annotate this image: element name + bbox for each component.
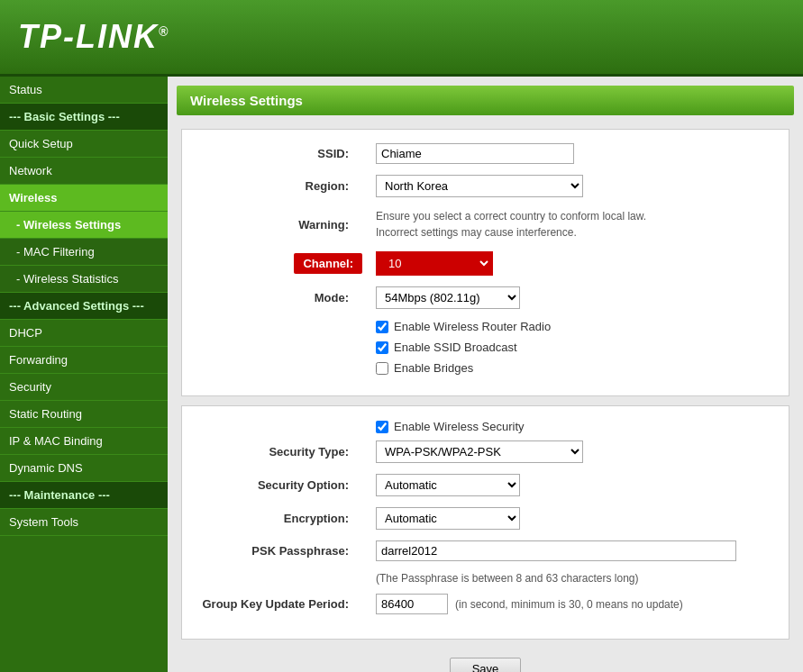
sidebar-item-system-tools[interactable]: System Tools: [0, 509, 168, 536]
save-row: Save: [181, 649, 789, 672]
security-type-label: Security Type:: [269, 445, 362, 459]
psk-row: PSK Passphrase:: [196, 540, 775, 561]
main-layout: Status--- Basic Settings ---Quick SetupN…: [0, 77, 803, 672]
channel-select[interactable]: 1234 5678 91011: [376, 251, 493, 276]
page-title: Wireless Settings: [190, 93, 303, 108]
group-key-row: Group Key Update Period: (in second, min…: [196, 594, 775, 614]
encryption-label-wrap: Encryption:: [196, 512, 376, 525]
sidebar-item-quick-setup[interactable]: Quick Setup: [0, 131, 168, 158]
sidebar: Status--- Basic Settings ---Quick SetupN…: [0, 77, 168, 672]
enable-security-checkbox[interactable]: [376, 421, 388, 433]
warning-label-wrap: Warning:: [196, 218, 376, 232]
warning-text: Ensure you select a correct country to c…: [376, 208, 646, 241]
security-option-label: Security Option:: [258, 478, 362, 492]
enable-security-row: Enable Wireless Security: [376, 420, 775, 433]
sidebar-item-advanced-settings: --- Advanced Settings ---: [0, 293, 168, 320]
sidebar-item-wireless[interactable]: Wireless: [0, 185, 168, 212]
region-row: Region: North Korea United States China …: [196, 175, 775, 197]
sidebar-item-forwarding[interactable]: Forwarding: [0, 347, 168, 374]
region-label-wrap: Region:: [196, 179, 376, 193]
region-label: Region:: [306, 179, 362, 193]
enable-radio-label: Enable Wireless Router Radio: [394, 320, 551, 333]
security-option-select[interactable]: Automatic WPA-PSK WPA2-PSK: [376, 474, 520, 496]
psk-input[interactable]: [376, 540, 736, 561]
enable-ssid-label: Enable SSID Broadcast: [394, 341, 517, 354]
encryption-row: Encryption: Automatic TKIP AES: [196, 507, 775, 530]
passphrase-note: (The Passphrase is between 8 and 63 char…: [376, 572, 775, 585]
enable-bridges-label: Enable Bridges: [394, 361, 473, 375]
ssid-label-wrap: SSID:: [196, 147, 376, 160]
enable-security-label: Enable Wireless Security: [394, 420, 525, 433]
sidebar-item-status[interactable]: Status: [0, 77, 168, 104]
logo: TP-LINK®: [18, 18, 169, 56]
sidebar-item-static-routing[interactable]: Static Routing: [0, 401, 168, 428]
channel-row: Channel: 1234 5678 91011: [196, 251, 775, 276]
sidebar-item-mac-filtering[interactable]: - MAC Filtering: [0, 239, 168, 266]
encryption-label: Encryption:: [284, 512, 362, 525]
security-type-label-wrap: Security Type:: [196, 445, 376, 459]
sidebar-item-dynamic-dns[interactable]: Dynamic DNS: [0, 455, 168, 482]
save-button[interactable]: Save: [450, 658, 522, 672]
psk-label-wrap: PSK Passphrase:: [196, 544, 376, 558]
security-option-row: Security Option: Automatic WPA-PSK WPA2-…: [196, 474, 775, 496]
ssid-label: SSID:: [317, 147, 362, 160]
enable-ssid-row: Enable SSID Broadcast: [376, 341, 775, 354]
psk-label: PSK Passphrase:: [251, 544, 362, 558]
channel-controls: 1234 5678 91011: [376, 251, 493, 276]
mode-select[interactable]: 54Mbps (802.11g) 11Mbps (802.11b) 300Mbp…: [376, 286, 520, 309]
group-key-input[interactable]: [376, 594, 448, 614]
header: TP-LINK®: [0, 0, 803, 77]
page-title-bar: Wireless Settings: [177, 86, 794, 115]
sidebar-item-wireless-settings[interactable]: - Wireless Settings: [0, 212, 168, 239]
mode-label: Mode:: [315, 291, 362, 304]
security-option-label-wrap: Security Option:: [196, 478, 376, 492]
channel-label: Channel:: [294, 253, 362, 274]
sidebar-item-dhcp[interactable]: DHCP: [0, 320, 168, 347]
content-area: Wireless Settings SSID: Region:: [168, 77, 803, 672]
mode-label-wrap: Mode:: [196, 291, 376, 304]
security-type-row: Security Type: WPA-PSK/WPA2-PSK WPA/WPA2…: [196, 440, 775, 463]
ssid-row: SSID:: [196, 143, 775, 164]
warning-label: Warning:: [298, 218, 362, 232]
enable-bridges-row: Enable Bridges: [376, 361, 775, 375]
sidebar-item-security[interactable]: Security: [0, 374, 168, 401]
enable-radio-checkbox[interactable]: [376, 321, 388, 333]
mode-row: Mode: 54Mbps (802.11g) 11Mbps (802.11b) …: [196, 286, 775, 309]
region-select[interactable]: North Korea United States China Europe J…: [376, 175, 583, 197]
warning-row: Warning: Ensure you select a correct cou…: [196, 208, 775, 241]
sidebar-item-wireless-statistics[interactable]: - Wireless Statistics: [0, 266, 168, 293]
group-key-label-wrap: Group Key Update Period:: [196, 597, 376, 611]
group-key-note: (in second, minimum is 30, 0 means no up…: [455, 598, 683, 611]
group-key-controls: (in second, minimum is 30, 0 means no up…: [376, 594, 683, 614]
sidebar-item-ip-mac-binding[interactable]: IP & MAC Binding: [0, 428, 168, 455]
security-type-select[interactable]: WPA-PSK/WPA2-PSK WPA/WPA2-Enterprise WEP: [376, 440, 583, 463]
security-section: Enable Wireless Security Security Type: …: [181, 405, 789, 640]
enable-radio-row: Enable Wireless Router Radio: [376, 320, 775, 333]
settings-form: SSID: Region: North Korea United States …: [168, 124, 803, 672]
group-key-label: Group Key Update Period:: [202, 597, 362, 611]
ssid-input[interactable]: [376, 143, 574, 164]
sidebar-item-network[interactable]: Network: [0, 158, 168, 185]
sidebar-item-maintenance: --- Maintenance ---: [0, 482, 168, 509]
enable-ssid-checkbox[interactable]: [376, 341, 388, 354]
encryption-select[interactable]: Automatic TKIP AES: [376, 507, 520, 530]
basic-wireless-section: SSID: Region: North Korea United States …: [181, 129, 789, 396]
enable-bridges-checkbox[interactable]: [376, 362, 388, 375]
sidebar-item-basic-settings: --- Basic Settings ---: [0, 104, 168, 131]
channel-label-container: Channel:: [196, 253, 376, 274]
